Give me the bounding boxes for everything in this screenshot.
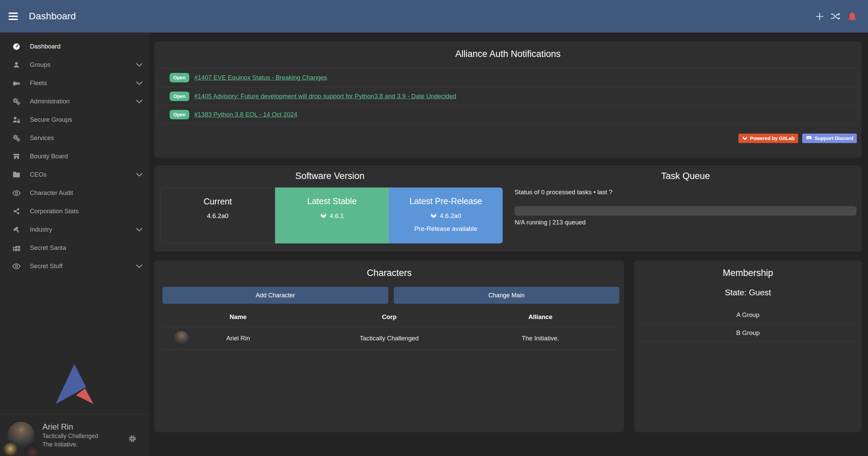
sidebar-item-label: Industry xyxy=(30,226,52,233)
notifications-list: Open #1407 EVE Equinox Status - Breaking… xyxy=(157,68,859,124)
gears-icon xyxy=(11,98,21,105)
shuttle-icon xyxy=(11,80,21,87)
sidebar-item-bounty-board[interactable]: Bounty Board xyxy=(0,147,149,165)
user-avatar xyxy=(7,422,39,456)
sidebar-item-label: Character Audit xyxy=(30,189,73,197)
version-latest-prerelease: Latest Pre-Release 4.6.2a0 Pre-Release a… xyxy=(389,187,503,243)
discord-badge[interactable]: Support Discord xyxy=(802,134,857,143)
external-badges: Powered by GitLab Support Discord xyxy=(738,134,857,143)
characters-table-header: Name Corp Alliance xyxy=(162,307,616,327)
sidebar-item-label: Bounty Board xyxy=(30,153,68,160)
gitlab-tanuki-icon xyxy=(742,135,748,141)
version-current: Current 4.6.2a0 xyxy=(160,187,275,243)
notifications-title: Alliance Auth Notifications xyxy=(154,41,862,59)
software-version-section: Software Version Current 4.6.2a0 Latest … xyxy=(154,165,505,252)
gifts-icon xyxy=(11,244,21,252)
sidebar-nav: Dashboard Groups Fleets xyxy=(0,33,149,275)
membership-state: State: Guest xyxy=(634,288,862,297)
version-latest-stable: Latest Stable 4.6.1 xyxy=(275,187,389,243)
group-list-item: B Group xyxy=(640,324,856,342)
membership-title: Membership xyxy=(634,260,862,278)
chevron-down-icon xyxy=(136,100,142,103)
task-queue-title: Task Queue xyxy=(515,171,856,181)
column-header-name: Name xyxy=(162,313,314,321)
sidebar-item-services[interactable]: Services xyxy=(0,129,149,147)
sidebar-item-dashboard[interactable]: Dashboard xyxy=(0,37,149,56)
notification-link[interactable]: #1405 Advisory: Future development will … xyxy=(194,93,456,100)
gitlab-tanuki-icon xyxy=(320,212,327,220)
alliance-logo xyxy=(24,444,39,456)
chevron-down-icon xyxy=(136,63,142,67)
notification-link[interactable]: #1407 EVE Equinox Status - Breaking Chan… xyxy=(194,74,327,81)
sidebar-item-label: Dashboard xyxy=(30,43,61,50)
user-corp: Tactically Challenged xyxy=(42,432,98,440)
gitlab-tanuki-icon xyxy=(430,212,437,220)
sidebar-item-label: Groups xyxy=(30,61,51,68)
characters-table: Name Corp Alliance Ariel Rin Tactically … xyxy=(162,307,616,350)
user-alliance: The Initiative. xyxy=(42,440,98,449)
notification-item: Open #1383 Python 3.8 EOL - 14 Oct 2024 xyxy=(157,105,859,123)
group-list-item: A Group xyxy=(640,306,856,324)
membership-groups: A Group B Group xyxy=(640,306,856,342)
sidebar-item-groups[interactable]: Groups xyxy=(0,56,149,74)
sidebar: Dashboard Groups Fleets xyxy=(0,33,149,456)
column-header-corp: Corp xyxy=(314,313,465,321)
user-icon xyxy=(11,61,21,68)
cell-character-alliance: The Initiative. xyxy=(465,335,616,342)
sidebar-item-administration[interactable]: Administration xyxy=(0,92,149,111)
sidebar-item-label: Corporation Stats xyxy=(30,207,79,215)
status-badge: Open xyxy=(170,73,189,82)
task-queue-section: Task Queue Status of 0 processed tasks •… xyxy=(505,165,862,252)
discord-icon xyxy=(806,136,812,141)
gauge-icon xyxy=(11,43,21,51)
chevron-down-icon xyxy=(136,264,142,268)
shuffle-icon[interactable] xyxy=(831,11,841,21)
column-header-alliance: Alliance xyxy=(465,313,616,321)
software-version-title: Software Version xyxy=(154,171,505,181)
notification-item: Open #1405 Advisory: Future development … xyxy=(157,87,859,105)
gitlab-badge[interactable]: Powered by GitLab xyxy=(738,134,798,143)
gears-icon xyxy=(11,134,21,142)
notification-item: Open #1407 EVE Equinox Status - Breaking… xyxy=(157,68,859,87)
share-icon xyxy=(11,207,21,215)
sidebar-item-label: Secret Stuff xyxy=(30,262,62,270)
sidebar-item-label: Fleets xyxy=(30,79,47,87)
characters-panel: Characters Add Character Change Main Nam… xyxy=(154,260,624,432)
sidebar-item-secure-groups[interactable]: Secure Groups xyxy=(0,111,149,129)
sidebar-item-ceos[interactable]: CEOs xyxy=(0,165,149,184)
change-main-button[interactable]: Change Main xyxy=(394,287,620,304)
settings-gear-icon[interactable] xyxy=(128,435,136,444)
sidebar-item-industry[interactable]: Industry xyxy=(0,220,149,239)
status-panel: Software Version Current 4.6.2a0 Latest … xyxy=(154,165,862,252)
add-character-button[interactable]: Add Character xyxy=(162,287,388,304)
user-panel: Ariel Rin Tactically Challenged The Init… xyxy=(0,414,149,456)
sidebar-item-corporation-stats[interactable]: Corporation Stats xyxy=(0,202,149,220)
task-queue-counts: N/A running | 213 queued xyxy=(515,219,856,226)
sidebar-item-secret-santa[interactable]: Secret Santa xyxy=(0,239,149,257)
top-bar: Dashboard xyxy=(0,0,868,33)
app-body: Dashboard Groups Fleets xyxy=(0,33,868,456)
sidebar-item-label: CEOs xyxy=(30,171,46,178)
notification-link[interactable]: #1383 Python 3.8 EOL - 14 Oct 2024 xyxy=(194,111,297,118)
sidebar-item-label: Secure Groups xyxy=(30,116,72,123)
user-name: Ariel Rin xyxy=(42,422,98,432)
status-badge: Open xyxy=(170,110,189,119)
sidebar-item-secret-stuff[interactable]: Secret Stuff xyxy=(0,257,149,275)
characters-title: Characters xyxy=(154,260,624,278)
hamburger-menu-icon[interactable] xyxy=(8,13,18,20)
sidebar-item-label: Secret Santa xyxy=(30,244,66,252)
sidebar-item-fleets[interactable]: Fleets xyxy=(0,74,149,92)
folder-icon xyxy=(11,171,21,178)
status-badge: Open xyxy=(170,92,189,101)
topbar-actions xyxy=(814,11,857,21)
sidebar-item-character-audit[interactable]: Character Audit xyxy=(0,184,149,202)
membership-panel: Membership State: Guest A Group B Group xyxy=(634,260,862,432)
plus-icon[interactable] xyxy=(814,11,825,21)
eye-icon xyxy=(11,190,21,196)
hammer-icon xyxy=(11,226,21,234)
store-icon xyxy=(11,153,21,160)
characters-actions: Add Character Change Main xyxy=(162,287,619,304)
chevron-down-icon xyxy=(136,81,142,85)
bell-icon[interactable] xyxy=(847,11,857,21)
bottom-row: Characters Add Character Change Main Nam… xyxy=(154,260,862,432)
